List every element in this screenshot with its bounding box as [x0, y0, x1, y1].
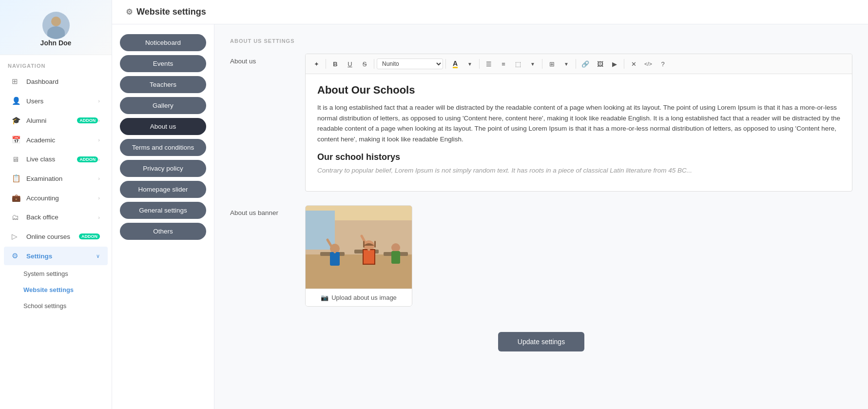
divider: [326, 59, 326, 69]
user-name: John Doe: [40, 39, 72, 47]
academic-icon: 📅: [12, 136, 21, 144]
sidebar-item-label: Users: [26, 97, 98, 105]
about-us-form-row: About us ✦ B U S Nunito: [230, 54, 852, 192]
sidebar-item-label: Academic: [26, 136, 98, 144]
main-area: ⚙ Website settings Noticeboard Events Te…: [112, 0, 868, 409]
nav-btn-terms[interactable]: Terms and conditions: [120, 139, 206, 156]
nav-btn-privacy[interactable]: Privacy policy: [120, 160, 206, 177]
chevron-right-icon: ›: [98, 98, 100, 104]
sidebar-item-label: Alumni: [26, 117, 74, 124]
nav-btn-teachers[interactable]: Teachers: [120, 76, 206, 93]
source-button[interactable]: </>: [641, 57, 655, 71]
rich-text-editor[interactable]: ✦ B U S Nunito Arial Times New Roman: [305, 54, 852, 192]
user-profile: John Doe: [0, 0, 112, 55]
underline-button[interactable]: U: [343, 57, 357, 71]
content-area: Noticeboard Events Teachers Gallery Abou…: [112, 24, 868, 409]
nav-btn-others[interactable]: Others: [120, 223, 206, 240]
svg-point-14: [391, 243, 400, 252]
back-office-icon: 🗂: [12, 213, 21, 221]
sidebar: John Doe NAVIGATION ⊞ Dashboard 👤 Users …: [0, 0, 112, 409]
classroom-illustration: [306, 206, 412, 289]
divider: [576, 59, 576, 69]
sub-nav-website-settings[interactable]: Website settings: [4, 282, 108, 297]
svg-rect-17: [374, 241, 376, 248]
upload-label: Upload about us image: [331, 294, 397, 301]
chevron-right-icon: ›: [98, 137, 100, 143]
sub-nav-system-settings[interactable]: System settings: [4, 266, 108, 281]
sidebar-item-alumni[interactable]: 🎓 Alumni addon ›: [4, 111, 108, 130]
nav-btn-noticeboard[interactable]: Noticeboard: [120, 34, 206, 51]
gear-icon: ⚙: [126, 7, 133, 17]
divider: [479, 59, 480, 69]
dashboard-icon: ⊞: [12, 77, 21, 86]
divider: [374, 59, 374, 69]
nav-btn-homepage-slider[interactable]: Homepage slider: [120, 181, 206, 198]
nav-btn-general-settings[interactable]: General settings: [120, 202, 206, 219]
editor-paragraph1: It is a long established fact that a rea…: [317, 102, 840, 144]
about-us-editor-wrapper: ✦ B U S Nunito Arial Times New Roman: [305, 54, 852, 192]
sidebar-item-accounting[interactable]: 💼 Accounting ›: [4, 189, 108, 207]
editor-content[interactable]: About Our Schools It is a long establish…: [306, 74, 852, 191]
sidebar-item-back-office[interactable]: 🗂 Back office ›: [4, 208, 108, 226]
sidebar-item-online-courses[interactable]: ▷ Online courses addon: [4, 227, 108, 246]
sidebar-item-label: Live class: [26, 156, 74, 163]
editor-heading2: Our school historys: [317, 152, 840, 162]
font-select[interactable]: Nunito Arial Times New Roman: [377, 58, 443, 69]
align-dropdown[interactable]: ▼: [526, 57, 540, 71]
nav-btn-about-us[interactable]: About us: [120, 118, 206, 135]
page-title: ⚙ Website settings: [126, 7, 206, 17]
nav-btn-events[interactable]: Events: [120, 55, 206, 72]
alumni-icon: 🎓: [12, 116, 21, 125]
sidebar-item-label: Examination: [26, 175, 98, 182]
sidebar-item-label: Online courses: [26, 233, 76, 240]
svg-rect-11: [363, 250, 375, 264]
right-panel: ABOUT US SETTINGS About us ✦ B U S: [214, 24, 868, 409]
chevron-right-icon: ›: [98, 195, 100, 201]
banner-label: About us banner: [230, 205, 293, 307]
link-button[interactable]: 🔗: [579, 57, 592, 71]
video-button[interactable]: ▶: [608, 57, 621, 71]
chevron-right-icon: ›: [98, 175, 100, 181]
sidebar-item-dashboard[interactable]: ⊞ Dashboard: [4, 72, 108, 91]
sidebar-item-academic[interactable]: 📅 Academic ›: [4, 131, 108, 149]
sidebar-item-settings[interactable]: ⚙ Settings ∨: [4, 247, 108, 265]
image-preview: [306, 206, 412, 289]
nav-btn-gallery[interactable]: Gallery: [120, 97, 206, 114]
align-button[interactable]: ⬚: [511, 57, 525, 71]
addon-badge: addon: [79, 234, 100, 239]
editor-heading1: About Our Schools: [317, 84, 840, 97]
sidebar-item-users[interactable]: 👤 Users ›: [4, 92, 108, 110]
strikethrough-button[interactable]: S: [358, 57, 371, 71]
divider: [445, 59, 446, 69]
table-dropdown[interactable]: ▼: [559, 57, 573, 71]
ordered-list-button[interactable]: ≡: [497, 57, 510, 71]
about-us-label: About us: [230, 54, 293, 192]
update-settings-button[interactable]: Update settings: [498, 332, 584, 351]
live-class-icon: 🖥: [12, 155, 21, 163]
users-icon: 👤: [12, 97, 21, 105]
sub-nav-school-settings[interactable]: School settings: [4, 298, 108, 313]
online-courses-icon: ▷: [12, 232, 21, 241]
chevron-right-icon: ›: [98, 214, 100, 220]
about-us-banner-row: About us banner: [230, 205, 852, 307]
editor-paragraph2: Contrary to popular belief, Lorem Ipsum …: [317, 165, 840, 176]
camera-icon: 📷: [321, 294, 328, 301]
middle-nav-panel: Noticeboard Events Teachers Gallery Abou…: [112, 24, 214, 409]
topbar: ⚙ Website settings: [112, 0, 868, 24]
color-dropdown-button[interactable]: ▼: [463, 57, 477, 71]
bold-button[interactable]: B: [328, 57, 342, 71]
sidebar-item-examination[interactable]: 📋 Examination ›: [4, 169, 108, 188]
editor-toolbar: ✦ B U S Nunito Arial Times New Roman: [306, 54, 852, 74]
magic-wand-icon[interactable]: ✦: [309, 57, 323, 71]
help-button[interactable]: ?: [656, 57, 670, 71]
unordered-list-button[interactable]: ☰: [482, 57, 496, 71]
chevron-down-icon: ∨: [96, 253, 100, 259]
section-title: ABOUT US SETTINGS: [230, 38, 852, 44]
settings-icon: ⚙: [12, 252, 21, 260]
clear-button[interactable]: ✕: [627, 57, 640, 71]
image-button[interactable]: 🖼: [593, 57, 607, 71]
sidebar-item-live-class[interactable]: 🖥 Live class addon ›: [4, 150, 108, 168]
text-color-button[interactable]: A: [448, 57, 462, 71]
table-button[interactable]: ⊞: [545, 57, 559, 71]
upload-image-button[interactable]: 📷 Upload about us image: [306, 289, 412, 306]
